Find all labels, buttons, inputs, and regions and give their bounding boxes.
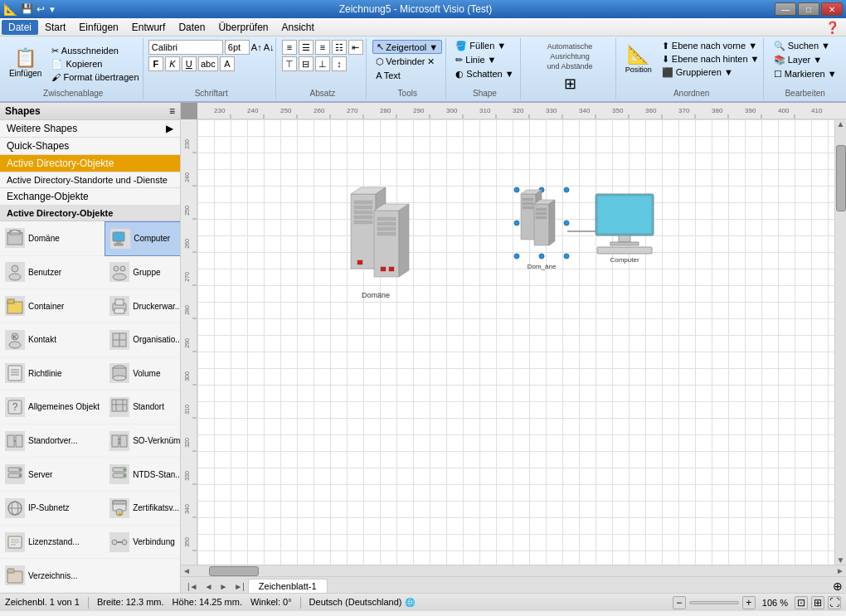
verbinder-button[interactable]: ⬡ Verbinder ✕ — [372, 56, 442, 68]
menu-ansicht[interactable]: Ansicht — [275, 20, 321, 35]
font-grow-icon[interactable]: A↑ — [251, 42, 262, 52]
align-center-button[interactable]: ☰ — [299, 40, 314, 55]
scroll-down-button[interactable]: ▼ — [837, 555, 845, 565]
fit-page-button[interactable]: ⊡ — [795, 596, 808, 609]
font-family-input[interactable] — [148, 40, 223, 55]
auto-layout-button[interactable]: ⊞ — [561, 74, 580, 94]
quick-access-undo[interactable]: ↩ — [36, 3, 45, 15]
minimize-button[interactable]: — — [775, 2, 796, 16]
position-button[interactable]: 📐 Position — [620, 43, 657, 76]
valign-top-button[interactable]: ⊤ — [282, 56, 297, 71]
ebene-hinten-button[interactable]: ⬇ Ebene nach hinten ▼ — [659, 53, 763, 65]
valign-mid-button[interactable]: ⊟ — [299, 56, 314, 71]
tab-last-button[interactable]: ►| — [231, 580, 248, 593]
shape-volume[interactable]: Volume — [105, 357, 180, 391]
shape-standort[interactable]: Standort — [105, 390, 180, 424]
close-button[interactable]: ✕ — [821, 2, 843, 16]
shape-ntds[interactable]: NTDS-Stan... — [105, 458, 180, 492]
shape-allgemeines[interactable]: ? Allgemeines Objekt — [0, 390, 105, 424]
bullets-button[interactable]: ☷ — [332, 40, 347, 55]
shapes-nav-quick[interactable]: Quick-Shapes — [0, 138, 180, 155]
restore-button[interactable]: □ — [798, 2, 819, 16]
schatten-button[interactable]: ◐ Schatten ▼ — [452, 68, 517, 80]
shape-gruppe[interactable]: Gruppe — [105, 256, 180, 290]
zoom-out-button[interactable]: − — [673, 596, 686, 609]
italic-button[interactable]: K — [165, 56, 180, 71]
decrease-indent-button[interactable]: ⇤ — [348, 40, 363, 55]
markieren-button[interactable]: ☐ Markieren ▼ — [771, 68, 840, 80]
suchen-button[interactable]: 🔍 Suchen ▼ — [771, 40, 840, 52]
shape-richtlinie[interactable]: Richtlinie — [0, 357, 105, 391]
shape-standortver[interactable]: Standortver... — [0, 424, 105, 458]
shape-server[interactable]: Server — [0, 458, 105, 492]
shapes-nav-ad-standorte[interactable]: Active Directory-Standorte und -Dienste — [0, 172, 180, 188]
quick-access-save[interactable]: 💾 — [21, 3, 33, 15]
shape-drucker[interactable]: Druckerwar... — [105, 289, 180, 323]
valign-bot-button[interactable]: ⊥ — [315, 56, 330, 71]
menu-daten[interactable]: Daten — [172, 20, 212, 35]
fontcolor-button[interactable]: A — [220, 56, 235, 71]
quick-access-dropdown[interactable]: ▼ — [48, 5, 56, 14]
linie-button[interactable]: ✏ Linie ▼ — [452, 54, 517, 66]
scroll-right-button[interactable]: ► — [836, 566, 844, 575]
shape-organisation[interactable]: Organisatio... — [105, 323, 180, 357]
svg-rect-22 — [8, 366, 22, 381]
shapes-nav-weitere[interactable]: Weitere Shapes ▶ — [0, 120, 180, 138]
scroll-thumb[interactable] — [836, 145, 846, 211]
menu-einfuegen[interactable]: Einfügen — [72, 20, 124, 35]
font-shrink-icon[interactable]: A↓ — [264, 42, 275, 52]
shape-computer[interactable]: Computer — [105, 221, 180, 256]
shape-zertifikatsv[interactable]: 🔒 Zertifikatsv... — [105, 492, 180, 526]
fullscreen-button[interactable]: ⛶ — [828, 596, 841, 609]
zoom-slider[interactable] — [689, 601, 739, 604]
align-right-button[interactable]: ≡ — [315, 40, 330, 55]
shape-container[interactable]: Container — [0, 289, 105, 323]
tab-add-icon[interactable]: ⊕ — [829, 580, 846, 593]
text-button[interactable]: A Text — [372, 70, 442, 81]
font-size-input[interactable] — [225, 40, 250, 55]
layer-button[interactable]: 📚 Layer ▼ — [771, 54, 840, 66]
bold-button[interactable]: F — [148, 56, 163, 71]
drawing-canvas[interactable]: Domäne — [197, 119, 834, 565]
tab-zeichenblatt-1[interactable]: Zeichenblatt-1 — [248, 579, 328, 593]
scroll-left-button[interactable]: ◄ — [182, 566, 191, 575]
vertical-scrollbar[interactable]: ▲ ▼ — [834, 119, 846, 565]
strikethrough-button[interactable]: abc — [198, 56, 218, 71]
shape-kontakt[interactable]: K Kontakt — [0, 323, 105, 357]
horizontal-scrollbar[interactable]: ◄ ► — [181, 565, 846, 576]
underline-button[interactable]: U — [182, 56, 197, 71]
shapes-nav-ad-objekte[interactable]: Active Directory-Objekte — [0, 155, 180, 172]
tab-prev-button[interactable]: ◄ — [202, 580, 216, 593]
shape-ipsubnetz[interactable]: IP-Subnetz — [0, 492, 105, 526]
zeigertool-button[interactable]: ↖ Zeigertool ▼ — [372, 40, 442, 54]
fuellen-button[interactable]: 🪣 Füllen ▼ — [452, 40, 517, 52]
menu-entwurf[interactable]: Entwurf — [125, 20, 173, 35]
align-left-button[interactable]: ≡ — [282, 40, 297, 55]
shapes-toggle-icon[interactable]: ≡ — [169, 105, 175, 117]
shape-benutzer[interactable]: Benutzer — [0, 256, 105, 290]
tab-next-button[interactable]: ► — [216, 580, 231, 593]
svg-rect-142 — [377, 232, 396, 235]
h-scroll-thumb[interactable] — [209, 566, 259, 576]
einfuegen-button[interactable]: 📋 Einfügen — [4, 46, 46, 80]
shapes-nav-exchange[interactable]: Exchange-Objekte — [0, 188, 180, 206]
shape-domaene[interactable]: Domäne — [0, 221, 105, 256]
tab-first-button[interactable]: |◄ — [184, 580, 202, 593]
zoom-in-button[interactable]: + — [742, 596, 756, 609]
menu-ueberprufen[interactable]: Überprüfen — [212, 20, 275, 35]
kopieren-button[interactable]: 📄 Kopieren — [48, 58, 142, 70]
scroll-up-button[interactable]: ▲ — [837, 119, 845, 129]
shape-verzeichnis[interactable]: Verzeichnis... — [0, 559, 105, 593]
menu-datei[interactable]: Datei — [2, 20, 38, 35]
fit-width-button[interactable]: ⊞ — [811, 596, 824, 609]
ausschneiden-button[interactable]: ✂ Ausschneiden — [48, 45, 142, 57]
help-icon[interactable]: ❓ — [820, 21, 844, 34]
ebene-vorne-button[interactable]: ⬆ Ebene nach vorne ▼ — [659, 40, 763, 52]
menu-start[interactable]: Start — [38, 20, 72, 35]
format-button[interactable]: 🖌 Format übertragen — [48, 71, 142, 83]
text-dir-button[interactable]: ↕ — [332, 56, 347, 71]
shape-lizenzstand[interactable]: Lizenzstand... — [0, 526, 105, 560]
shape-soverknum[interactable]: SO-Verknüm-brücke — [105, 424, 180, 458]
shape-verbindung[interactable]: Verbindung — [105, 526, 180, 560]
gruppieren-button[interactable]: ⬛ Gruppieren ▼ — [659, 66, 763, 79]
